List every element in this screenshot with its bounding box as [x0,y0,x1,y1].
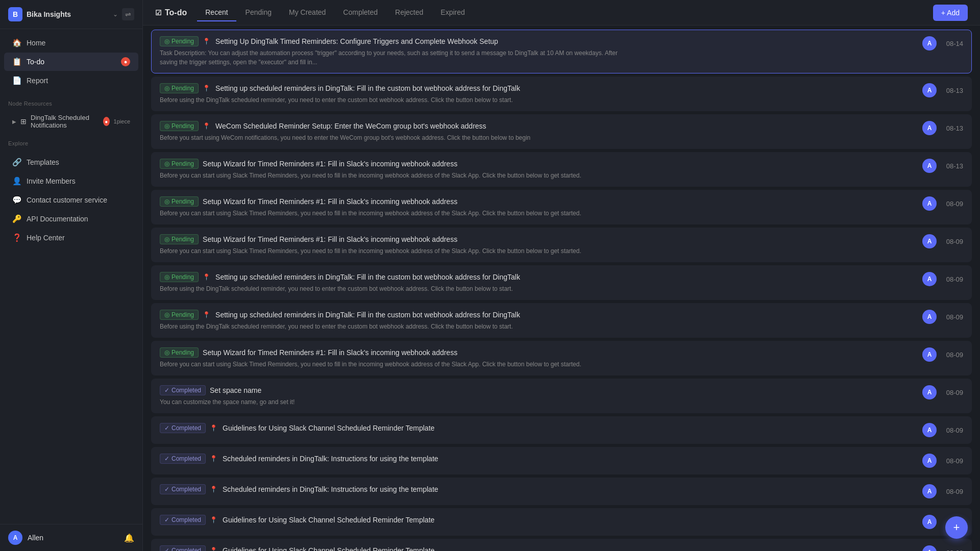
task-top: ◎ Pending Setup Wizard for Timed Reminde… [160,347,457,358]
explore-label: Explore [0,134,142,148]
task-avatar: A [922,454,937,468]
status-badge: ◎ Pending [160,121,199,131]
tab-recent[interactable]: Recent [197,4,236,21]
task-item[interactable]: ◎ Pending 📍 WeCom Scheduled Reminder Set… [151,114,972,149]
pin-icon: 📍 [203,85,210,92]
task-date: 08-09 [943,313,963,321]
user-avatar: A [8,531,22,545]
task-left: ✓ Completed 📍 Scheduled reminders in Din… [160,454,906,464]
api-icon: 🔑 [12,214,21,223]
status-badge: ✓ Completed [160,484,206,494]
triangle-icon: ▶ [12,119,16,124]
tab-rejected[interactable]: Rejected [387,4,431,21]
report-icon: 📄 [12,76,21,85]
task-item[interactable]: ✓ Completed 📍 Guidelines for Using Slack… [151,539,972,551]
sidebar-item-dingtalk[interactable]: ▶ ⊞ DingTalk Scheduled Notifications ● 1… [4,109,138,134]
badge-icon: ◎ [164,349,169,356]
status-badge: ◎ Pending [160,234,199,244]
badge-icon: ◎ [164,311,169,318]
task-item[interactable]: ◎ Pending 📍 Setting up scheduled reminde… [151,265,972,300]
add-button[interactable]: + Add [933,5,968,21]
task-left: ◎ Pending 📍 Setting Up DingTalk Timed Re… [160,36,906,67]
tab-completed[interactable]: Completed [335,4,386,21]
bell-icon[interactable]: 🔔 [124,533,134,543]
sidebar-item-invite[interactable]: 👤 Invite Members [4,172,138,190]
badge-icon: ◎ [164,122,169,130]
status-badge: ✓ Completed [160,385,206,395]
task-item[interactable]: ◎ Pending 📍 Setting up scheduled reminde… [151,77,972,111]
task-right: A 08-14 [912,36,963,51]
task-item[interactable]: ◎ Pending Setup Wizard for Timed Reminde… [151,341,972,375]
task-title: Setting up scheduled reminders in DingTa… [215,311,520,319]
task-right: A 08-09 [912,272,963,286]
task-item[interactable]: ◎ Pending Setup Wizard for Timed Reminde… [151,152,972,187]
task-left: ◎ Pending 📍 WeCom Scheduled Reminder Set… [160,121,906,142]
task-description: Before using the DingTalk scheduled remi… [160,284,513,293]
sidebar-item-todo[interactable]: 📋 To-do ● [4,53,138,71]
badge-icon: ◎ [164,198,169,205]
task-item[interactable]: ✓ Completed 📍 Scheduled reminders in Din… [151,478,972,505]
sidebar-nav: 🏠 Home 📋 To-do ● 📄 Report [0,29,142,94]
task-item[interactable]: ✓ Completed 📍 Guidelines for Using Slack… [151,416,972,444]
task-left: ✓ Completed 📍 Guidelines for Using Slack… [160,515,906,525]
task-date: 08-14 [943,40,963,47]
sidebar-item-api-label: API Documentation [27,215,88,223]
task-item[interactable]: ◎ Pending 📍 Setting Up DingTalk Timed Re… [151,30,972,73]
pin-icon: 📍 [210,516,217,523]
task-item[interactable]: ◎ Pending Setup Wizard for Timed Reminde… [151,228,972,262]
task-date: 08-09 [943,276,963,283]
status-badge: ◎ Pending [160,347,199,358]
task-item[interactable]: ✓ Completed Set space name You can custo… [151,379,972,413]
collapse-sidebar-button[interactable]: ⇌ [122,8,134,20]
task-top: ◎ Pending Setup Wizard for Timed Reminde… [160,196,457,207]
task-right: A 08-09 [912,454,963,468]
main-content: ☑ To-do Recent Pending My Created Comple… [143,0,980,551]
task-item[interactable]: ✓ Completed 📍 Guidelines for Using Slack… [151,508,972,536]
fab-add-button[interactable]: + [945,516,968,539]
task-left: ◎ Pending Setup Wizard for Timed Reminde… [160,234,906,256]
help-icon: ❓ [12,233,21,242]
task-left: ✓ Completed 📍 Guidelines for Using Slack… [160,423,906,433]
sidebar-item-home-label: Home [27,39,45,47]
pin-icon: 📍 [203,273,210,281]
templates-icon: 🔗 [12,158,21,167]
sidebar-item-report[interactable]: 📄 Report [4,71,138,90]
task-right: A 08-09 [912,484,963,498]
task-avatar: A [922,83,937,97]
sidebar-item-home[interactable]: 🏠 Home [4,34,138,52]
tab-expired[interactable]: Expired [432,4,473,21]
task-item[interactable]: ◎ Pending Setup Wizard for Timed Reminde… [151,190,972,224]
task-right: A 08-13 [912,121,963,135]
task-item[interactable]: ◎ Pending 📍 Setting up scheduled reminde… [151,303,972,338]
task-avatar: A [922,36,937,51]
chevron-down-icon: ⌄ [113,11,118,18]
sidebar-item-help-label: Help Center [27,234,65,242]
task-item[interactable]: ✓ Completed 📍 Scheduled reminders in Din… [151,447,972,474]
pin-icon: 📍 [203,311,210,318]
task-top: ◎ Pending 📍 Setting up scheduled reminde… [160,272,520,282]
badge-icon: ✓ [164,387,169,394]
task-title: Scheduled reminders in DingTalk: Instruc… [223,485,438,493]
sidebar-footer: A Allen 🔔 [0,524,142,551]
badge-icon: ◎ [164,273,169,281]
sidebar-item-invite-label: Invite Members [27,177,76,185]
sidebar-item-contact[interactable]: 💬 Contact customer service [4,191,138,209]
badge-icon: ◎ [164,236,169,243]
task-title: Set space name [210,386,261,394]
task-left: ◎ Pending Setup Wizard for Timed Reminde… [160,159,906,180]
tab-pending[interactable]: Pending [237,4,280,21]
task-avatar: A [922,347,937,362]
sidebar-item-help[interactable]: ❓ Help Center [4,229,138,247]
badge-icon: ◎ [164,160,169,167]
sidebar-item-api[interactable]: 🔑 API Documentation [4,210,138,228]
tab-my-created[interactable]: My Created [281,4,334,21]
task-avatar: A [922,545,937,551]
sidebar: B Bika Insights ⌄ ⇌ 🏠 Home 📋 To-do ● 📄 R… [0,0,143,551]
task-left: ✓ Completed Set space name You can custo… [160,385,906,407]
status-badge: ◎ Pending [160,196,199,207]
task-description: You can customize the space name, go and… [160,397,295,407]
sidebar-item-templates[interactable]: 🔗 Templates [4,153,138,171]
task-right: A 08-09 [912,234,963,248]
task-left: ◎ Pending Setup Wizard for Timed Reminde… [160,196,906,218]
task-top: ✓ Completed 📍 Guidelines for Using Slack… [160,515,434,525]
